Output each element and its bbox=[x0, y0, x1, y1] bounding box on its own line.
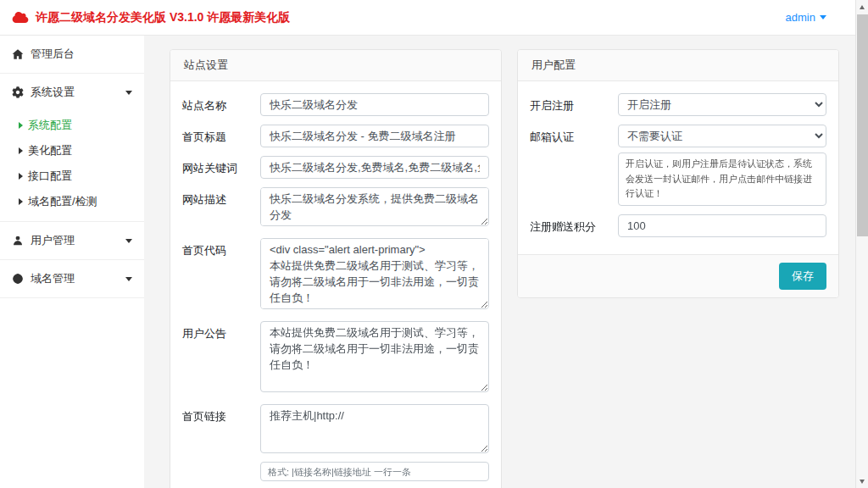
sidebar-subitem-system-config[interactable]: 系统配置 bbox=[0, 113, 144, 138]
user-notice-textarea[interactable] bbox=[260, 321, 489, 392]
home-links-format-hint: 格式: |链接名称|链接地址 一行一条 bbox=[260, 462, 489, 481]
sidebar-subitem-label: 域名配置/检测 bbox=[28, 194, 97, 209]
home-code-label: 首页代码 bbox=[182, 238, 260, 258]
keywords-label: 网站关键词 bbox=[182, 156, 260, 176]
scroll-down-icon[interactable] bbox=[856, 474, 868, 488]
user-config-footer: 保存 bbox=[518, 254, 838, 297]
sidebar-item-system-settings[interactable]: 系统设置 bbox=[0, 74, 144, 111]
register-points-input[interactable] bbox=[618, 214, 826, 237]
scroll-up-icon[interactable] bbox=[856, 0, 868, 14]
save-button[interactable]: 保存 bbox=[779, 263, 826, 290]
site-name-input[interactable] bbox=[260, 93, 489, 116]
main-layout: 管理后台 系统设置 系统配置 美化配置 接口配置 域名配置/检测 bbox=[0, 36, 855, 488]
top-navbar: 许愿二级域名分发美化版 V3.1.0 许愿最新美化版 admin bbox=[0, 0, 855, 36]
form-row: 站点名称 bbox=[182, 93, 489, 116]
chevron-down-icon bbox=[125, 277, 132, 281]
cloud-icon bbox=[12, 11, 29, 24]
form-row: 网站描述 bbox=[182, 187, 489, 230]
form-row: 邮箱认证 不需要认证 开启认证，则用户注册后是待认证状态，系统会发送一封认证邮件… bbox=[530, 125, 826, 206]
description-label: 网站描述 bbox=[182, 187, 260, 208]
system-settings-submenu: 系统配置 美化配置 接口配置 域名配置/检测 bbox=[0, 111, 144, 222]
app-title: 许愿二级域名分发美化版 V3.1.0 许愿最新美化版 bbox=[36, 10, 290, 25]
content-area: 站点设置 站点名称 首页标题 网站关键词 网站描述 bbox=[144, 36, 855, 488]
caret-right-icon bbox=[19, 122, 23, 129]
sidebar-item-label: 管理后台 bbox=[31, 47, 75, 62]
sidebar-subitem-label: 接口配置 bbox=[28, 169, 72, 184]
sidebar-subitem-api-config[interactable]: 接口配置 bbox=[0, 164, 144, 189]
home-icon bbox=[12, 48, 24, 60]
scrollbar-thumb[interactable] bbox=[857, 14, 868, 236]
caret-right-icon bbox=[19, 198, 23, 205]
user-config-card: 用户配置 开启注册 开启注册 邮箱认证 不需要认证 开启认证，则用户注册后是待认… bbox=[517, 49, 839, 298]
keywords-input[interactable] bbox=[260, 156, 489, 179]
sidebar-subitem-beautify-config[interactable]: 美化配置 bbox=[0, 138, 144, 164]
admin-menu-label: admin bbox=[786, 11, 815, 24]
user-config-title: 用户配置 bbox=[518, 50, 838, 81]
home-links-textarea[interactable] bbox=[260, 404, 489, 453]
page-scrollbar[interactable] bbox=[855, 0, 868, 488]
sidebar-item-label: 系统设置 bbox=[31, 85, 75, 100]
register-select[interactable]: 开启注册 bbox=[618, 93, 826, 116]
sidebar-item-label: 域名管理 bbox=[31, 271, 75, 286]
form-row: 首页标题 bbox=[182, 125, 489, 147]
sidebar-subitem-label: 美化配置 bbox=[28, 143, 72, 158]
site-settings-card: 站点设置 站点名称 首页标题 网站关键词 网站描述 bbox=[170, 49, 502, 488]
caret-right-icon bbox=[19, 173, 23, 180]
home-title-input[interactable] bbox=[260, 125, 489, 147]
chevron-down-icon bbox=[820, 15, 826, 19]
register-points-label: 注册赠送积分 bbox=[530, 214, 618, 235]
sidebar-item-label: 用户管理 bbox=[31, 233, 75, 248]
home-title-label: 首页标题 bbox=[182, 125, 260, 145]
form-row: 注册赠送积分 bbox=[530, 214, 826, 237]
sidebar-item-user-management[interactable]: 用户管理 bbox=[0, 222, 144, 260]
form-row: 开启注册 开启注册 bbox=[530, 93, 826, 116]
gear-icon bbox=[12, 86, 24, 98]
chevron-down-icon bbox=[125, 239, 132, 243]
sidebar-item-domain-management[interactable]: 域名管理 bbox=[0, 260, 144, 298]
site-name-label: 站点名称 bbox=[182, 93, 260, 114]
globe-icon bbox=[12, 273, 24, 285]
form-row: 用户公告 bbox=[182, 321, 489, 396]
sidebar-item-dashboard[interactable]: 管理后台 bbox=[0, 36, 144, 74]
form-row: 网站关键词 bbox=[182, 156, 489, 179]
register-label: 开启注册 bbox=[530, 93, 618, 114]
form-row: 首页链接 格式: |链接名称|链接地址 一行一条 bbox=[182, 404, 489, 481]
home-code-textarea[interactable] bbox=[260, 238, 489, 309]
user-notice-label: 用户公告 bbox=[182, 321, 260, 341]
brand: 许愿二级域名分发美化版 V3.1.0 许愿最新美化版 bbox=[12, 10, 290, 25]
description-textarea[interactable] bbox=[260, 187, 489, 226]
caret-right-icon bbox=[19, 147, 23, 154]
sidebar: 管理后台 系统设置 系统配置 美化配置 接口配置 域名配置/检测 bbox=[0, 36, 144, 488]
sidebar-subitem-label: 系统配置 bbox=[28, 118, 72, 133]
site-settings-title: 站点设置 bbox=[170, 50, 501, 81]
form-row: 首页代码 bbox=[182, 238, 489, 313]
email-verify-select[interactable]: 不需要认证 bbox=[618, 125, 826, 147]
email-verify-hint: 开启认证，则用户注册后是待认证状态，系统会发送一封认证邮件，用户点击邮件中链接进… bbox=[618, 152, 826, 206]
admin-menu[interactable]: admin bbox=[786, 11, 826, 24]
sidebar-subitem-domain-config[interactable]: 域名配置/检测 bbox=[0, 189, 144, 214]
chevron-down-icon bbox=[125, 91, 132, 95]
email-verify-label: 邮箱认证 bbox=[530, 125, 618, 145]
home-links-label: 首页链接 bbox=[182, 404, 260, 424]
user-icon bbox=[12, 235, 24, 247]
